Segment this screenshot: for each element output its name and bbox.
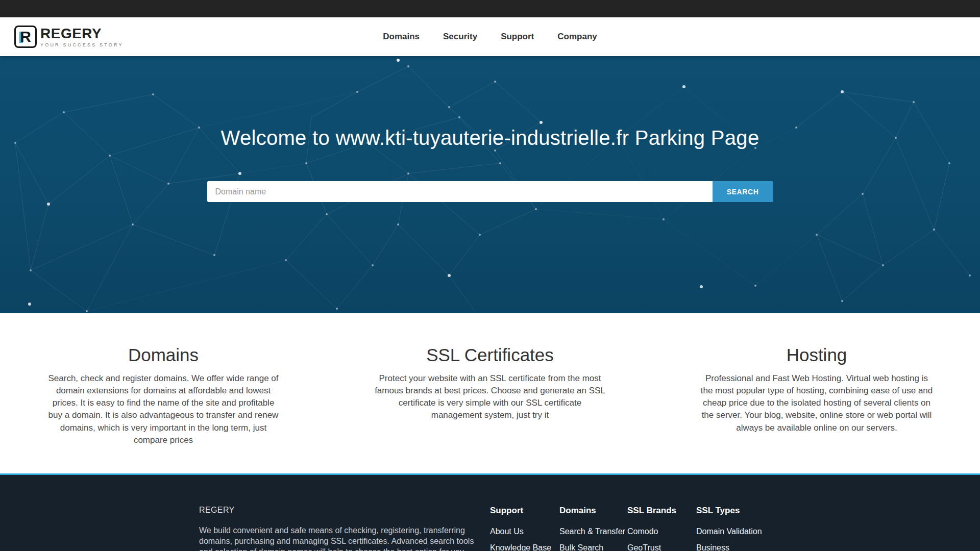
footer-link-geotrust[interactable]: GeoTrust [627, 543, 696, 551]
main-nav: Domains Security Support Company [383, 32, 597, 42]
feature-domains-title: Domains [0, 345, 327, 365]
nav-item-support[interactable]: Support [501, 32, 534, 42]
site-header: R REGERY YOUR SUCCESS STORY Domains Secu… [0, 17, 980, 56]
footer-ssl-types-heading: SSL Types [696, 506, 778, 516]
site-footer: REGERY We build convenient and safe mean… [0, 475, 980, 551]
feature-hosting-text: Professional and Fast Web Hosting. Virtu… [700, 372, 934, 434]
footer-column-ssl-brands: SSL Brands Comodo GeoTrust [627, 506, 696, 551]
hero-section: Welcome to www.kti-tuyauterie-industriel… [0, 56, 980, 313]
footer-column-domains: Domains Search & Transfer Bulk Search [559, 506, 627, 551]
footer-link-knowledge-base[interactable]: Knowledge Base [490, 543, 559, 551]
nav-item-domains[interactable]: Domains [383, 32, 420, 42]
footer-link-about-us[interactable]: About Us [490, 527, 559, 536]
hero-title: Welcome to www.kti-tuyauterie-industriel… [0, 56, 980, 149]
feature-ssl-certificates: SSL Certificates Protect your website wi… [327, 313, 653, 473]
features-section: Domains Search, check and register domai… [0, 313, 980, 473]
search-button[interactable]: SEARCH [713, 181, 773, 202]
nav-item-security[interactable]: Security [443, 32, 477, 42]
domain-search-input[interactable] [207, 181, 713, 202]
feature-ssl-text: Protect your website with an SSL certifi… [373, 372, 607, 422]
footer-link-bulk-search[interactable]: Bulk Search [559, 543, 627, 551]
logo-letter: R [20, 29, 31, 44]
footer-brand: REGERY We build convenient and safe mean… [199, 506, 477, 551]
footer-column-ssl-types: SSL Types Domain Validation Business [696, 506, 778, 551]
footer-link-domain-validation[interactable]: Domain Validation [696, 527, 778, 536]
feature-ssl-title: SSL Certificates [327, 345, 653, 365]
footer-column-support: Support About Us Knowledge Base [490, 506, 559, 551]
feature-domains-text: Search, check and register domains. We o… [46, 372, 280, 446]
footer-content: REGERY We build convenient and safe mean… [199, 506, 781, 551]
logo-tagline: YOUR SUCCESS STORY [40, 42, 124, 47]
footer-link-search-transfer[interactable]: Search & Transfer [559, 527, 627, 536]
logo-text: REGERY YOUR SUCCESS STORY [40, 27, 124, 47]
footer-brand-title: REGERY [199, 506, 477, 515]
logo-name: REGERY [40, 27, 124, 41]
regery-logo[interactable]: R REGERY YOUR SUCCESS STORY [14, 17, 124, 56]
domain-search-form: SEARCH [0, 181, 980, 202]
footer-ssl-brands-heading: SSL Brands [627, 506, 696, 516]
feature-hosting-title: Hosting [653, 345, 980, 365]
hero-content: Welcome to www.kti-tuyauterie-industriel… [0, 56, 980, 202]
footer-link-comodo[interactable]: Comodo [627, 527, 696, 536]
nav-item-company[interactable]: Company [557, 32, 597, 42]
feature-hosting: Hosting Professional and Fast Web Hostin… [653, 313, 980, 473]
footer-link-business[interactable]: Business [696, 543, 778, 551]
feature-domains: Domains Search, check and register domai… [0, 313, 327, 473]
footer-domains-heading: Domains [559, 506, 627, 516]
regery-r-icon: R [14, 26, 37, 48]
footer-brand-description: We build convenient and safe means of ch… [199, 525, 477, 551]
footer-support-heading: Support [490, 506, 559, 516]
top-bar [0, 0, 980, 17]
